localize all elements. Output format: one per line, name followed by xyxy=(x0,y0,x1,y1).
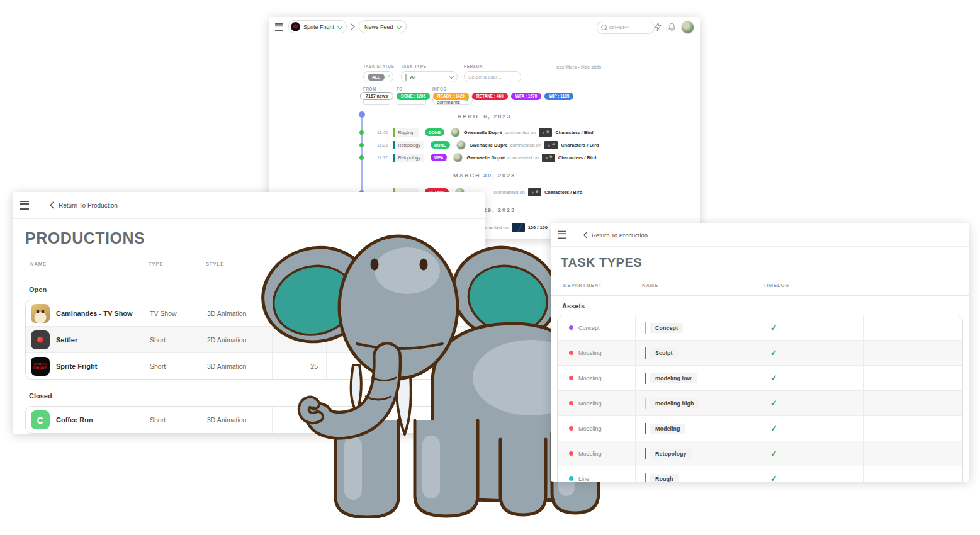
production-name: Sprite Fright xyxy=(56,363,97,370)
task-type-chip: Rigging xyxy=(393,128,419,137)
menu-icon[interactable] xyxy=(275,23,283,31)
task-type-chip: Retopology xyxy=(393,154,424,162)
person-name: Gwenaelle Dupré xyxy=(470,142,508,148)
task-status-value: ALL xyxy=(368,74,385,81)
task-type-name: modeling low xyxy=(650,373,697,383)
empty-cell xyxy=(863,466,962,482)
production-icon-coffee-run: C xyxy=(31,410,50,429)
task-type-select[interactable]: All xyxy=(401,71,458,82)
task-label: Retopology xyxy=(398,143,420,147)
entity-name[interactable]: Characters / Bird xyxy=(558,155,596,160)
column-header-timelog: TIMELOG xyxy=(763,283,789,288)
department-name: Modeling xyxy=(578,425,602,432)
task-color-bar xyxy=(393,128,395,137)
task-color-bar xyxy=(645,322,646,334)
column-header-name: NAME xyxy=(642,283,658,288)
page-name: News Feed xyxy=(364,24,393,30)
table-row[interactable]: Modeling modeling high ✓ xyxy=(558,391,962,416)
production-name: Sprite Fright xyxy=(303,24,334,30)
empty-cell xyxy=(863,366,962,390)
entity-thumbnail xyxy=(542,154,555,162)
date-header: APRIL 6, 2023 xyxy=(269,113,700,121)
empty-cell xyxy=(863,391,962,415)
task-type-name: Retopology xyxy=(650,449,692,459)
person-input[interactable]: Select a user... xyxy=(464,71,521,82)
timeline-dot xyxy=(359,130,364,135)
back-label: Return To Production xyxy=(592,232,648,239)
entity-name[interactable]: Characters / Bird xyxy=(561,142,599,148)
bell-icon[interactable] xyxy=(668,22,676,31)
lightning-icon[interactable] xyxy=(654,22,662,31)
back-to-production-link[interactable]: Return To Production xyxy=(583,232,648,239)
news-entry[interactable]: 11:17 Retopology WFA Gwenaelle Dupré com… xyxy=(373,151,700,164)
from-label: FROM xyxy=(363,87,376,91)
department-dot xyxy=(569,476,573,481)
person-avatar xyxy=(453,153,463,162)
action-text: commented on xyxy=(510,142,542,148)
task-type-name: Concept xyxy=(650,323,683,333)
production-name: Settler xyxy=(56,336,77,344)
task-status-select[interactable]: ALL xyxy=(363,71,393,82)
production-selector[interactable]: Sprite Fright xyxy=(288,20,347,33)
user-avatar[interactable] xyxy=(681,21,694,34)
page-title: TASK TYPES xyxy=(561,256,969,270)
timeline-dot xyxy=(359,155,364,160)
timelog-check-icon: ✓ xyxy=(753,366,863,390)
timeline-dot xyxy=(359,143,364,147)
news-entry[interactable]: 11:42 Rigging DONE Gwenaelle Dupré comme… xyxy=(373,126,700,138)
empty-cell xyxy=(863,416,962,441)
news-entry[interactable]: 11:23 Retopology DONE Gwenaelle Dupré co… xyxy=(373,138,700,151)
chevron-left-icon xyxy=(583,232,587,239)
page-selector[interactable]: News Feed xyxy=(359,20,407,33)
task-type-label: TASK TYPE xyxy=(401,64,426,69)
task-type-color-bar xyxy=(405,74,407,81)
table-row[interactable]: Modeling Modeling ✓ xyxy=(558,416,962,441)
column-header-department: DEPARTMENT xyxy=(563,283,602,288)
entity-name[interactable]: Characters / Bird xyxy=(555,130,593,135)
table-row[interactable]: Modeling modeling low ✓ xyxy=(558,366,962,391)
department-dot xyxy=(569,401,573,405)
search-input[interactable]: ctrl+alt+f xyxy=(597,21,655,34)
task-color-bar xyxy=(393,154,395,162)
entity-name[interactable]: Characters / Bird xyxy=(544,189,582,195)
entity-thumbnail xyxy=(512,223,525,232)
status-count-badge: WIP : 1185 xyxy=(544,93,573,100)
table-row[interactable]: Concept Concept ✓ xyxy=(558,315,962,341)
production-logo-icon xyxy=(291,22,300,31)
chevron-down-icon xyxy=(396,23,401,28)
table-row[interactable]: Line Rough ✓ xyxy=(558,466,962,482)
task-color-bar xyxy=(645,373,646,384)
status-badge: DONE xyxy=(425,128,444,136)
department-dot xyxy=(569,376,573,380)
table-row[interactable]: Modeling Sculpt ✓ xyxy=(558,341,962,366)
task-color-bar xyxy=(393,141,395,149)
filters-links[interactable]: less filters • hide stats xyxy=(556,64,601,70)
table-headers: DEPARTMENT NAME TIMELOG xyxy=(551,283,969,290)
task-type-name: Modeling xyxy=(650,424,685,434)
section-assets-label: Assets xyxy=(562,302,969,310)
entry-time: 11:42 xyxy=(373,130,388,135)
task-types-topbar: Return To Production xyxy=(551,223,969,247)
task-type-name: Rough xyxy=(650,474,679,482)
divider xyxy=(551,295,969,296)
department-name: Line xyxy=(578,476,589,482)
desktop: Sprite Fright News Feed ctrl+alt+f TASK … xyxy=(0,0,980,535)
status-count-badge: READY : 1429 xyxy=(433,93,469,100)
task-color-bar xyxy=(645,398,646,409)
task-label: Retopology xyxy=(398,155,420,160)
menu-icon[interactable] xyxy=(558,231,566,239)
production-type: TV Show xyxy=(144,300,201,326)
table-row[interactable]: Modeling Retopology ✓ xyxy=(558,441,962,466)
news-topbar: Sprite Fright News Feed ctrl+alt+f xyxy=(269,17,700,37)
menu-icon[interactable] xyxy=(20,201,29,210)
person-name: Gwenaelle Dupré xyxy=(464,130,502,135)
status-count-badge: DONE : 1206 xyxy=(397,93,430,100)
back-to-production-link[interactable]: Return To Production xyxy=(49,201,118,209)
entity-thumbnail xyxy=(539,128,552,137)
task-status-label: TASK STATUS xyxy=(363,64,394,69)
task-color-bar xyxy=(645,347,646,359)
task-type-chip: Retopology xyxy=(393,141,424,149)
status-badge: WFA xyxy=(431,154,447,161)
entity-name[interactable]: 100 / 100 xyxy=(528,225,548,230)
timelog-check-icon: ✓ xyxy=(753,341,863,365)
